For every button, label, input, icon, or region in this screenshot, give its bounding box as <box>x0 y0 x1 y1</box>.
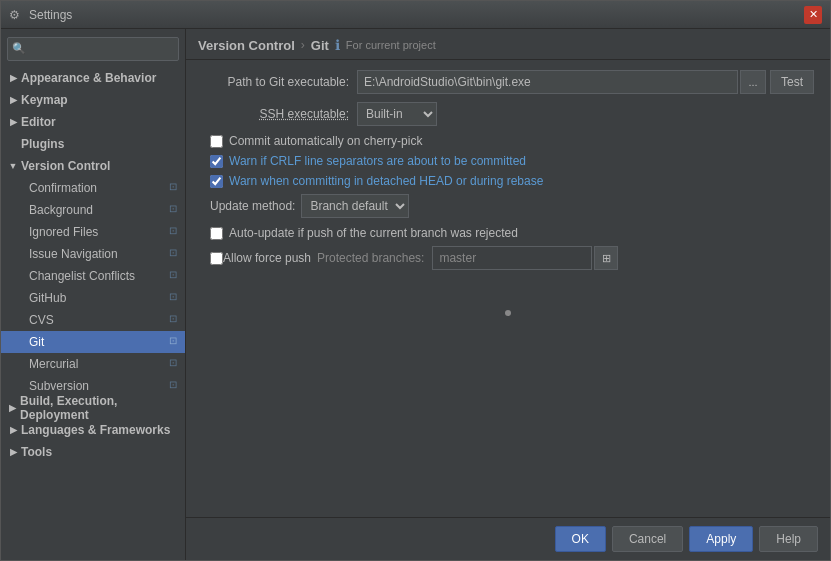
sidebar-item-editor[interactable]: ▶ Editor <box>1 111 185 133</box>
expand-arrow-languages: ▶ <box>7 424 19 436</box>
checkbox-cherry-pick-label: Commit automatically on cherry-pick <box>229 134 422 148</box>
panel-body: Path to Git executable: ... Test SSH exe… <box>186 60 830 517</box>
ok-button[interactable]: OK <box>555 526 606 552</box>
expand-arrow-vcs: ▼ <box>7 160 19 172</box>
update-method-select[interactable]: Branch default Merge Rebase <box>301 194 409 218</box>
info-icon: ℹ <box>335 37 340 53</box>
vcs-icon-mercurial: ⊡ <box>163 357 177 371</box>
checkbox-force-push-label: Allow force push <box>223 251 311 265</box>
sidebar-label-keymap: Keymap <box>21 93 68 107</box>
sidebar-label-mercurial: Mercurial <box>29 357 78 371</box>
sidebar-item-languages[interactable]: ▶ Languages & Frameworks <box>1 419 185 441</box>
git-path-label: Path to Git executable: <box>202 75 357 89</box>
sidebar-item-changelist[interactable]: Changelist Conflicts ⊡ <box>1 265 185 287</box>
sidebar-item-git[interactable]: Git ⊡ <box>1 331 185 353</box>
git-path-row: Path to Git executable: ... Test <box>202 70 814 94</box>
checkbox-auto-update-label: Auto-update if push of the current branc… <box>229 226 518 240</box>
sidebar-label-git: Git <box>29 335 44 349</box>
sidebar: 🔍 ▶ Appearance & Behavior ▶ Keymap ▶ Edi… <box>1 29 186 560</box>
force-push-row: Allow force push Protected branches: ⊞ <box>202 246 814 270</box>
sidebar-item-github[interactable]: GitHub ⊡ <box>1 287 185 309</box>
git-path-input[interactable] <box>357 70 738 94</box>
settings-window: ⚙ Settings ✕ 🔍 ▶ Appearance & Behavior ▶… <box>0 0 831 561</box>
help-button[interactable]: Help <box>759 526 818 552</box>
vcs-icon-changelist: ⊡ <box>163 269 177 283</box>
sidebar-label-subversion: Subversion <box>29 379 89 393</box>
vcs-icon-ignored: ⊡ <box>163 225 177 239</box>
sidebar-label-changelist: Changelist Conflicts <box>29 269 135 283</box>
ssh-row: SSH executable: Built-in Native <box>202 102 814 126</box>
dot-indicator <box>505 310 511 316</box>
title-bar: ⚙ Settings ✕ <box>1 1 830 29</box>
checkbox-detached-row: Warn when committing in detached HEAD or… <box>202 174 814 188</box>
apply-button[interactable]: Apply <box>689 526 753 552</box>
protected-branches-button[interactable]: ⊞ <box>594 246 618 270</box>
checkbox-cherry-pick[interactable] <box>210 135 223 148</box>
expand-arrow-build: ▶ <box>7 402 18 414</box>
vcs-icon-confirmation: ⊡ <box>163 181 177 195</box>
sidebar-label-confirmation: Confirmation <box>29 181 97 195</box>
sidebar-item-tools[interactable]: ▶ Tools <box>1 441 185 463</box>
checkbox-detached-label: Warn when committing in detached HEAD or… <box>229 174 543 188</box>
sidebar-label-vcs: Version Control <box>21 159 110 173</box>
sidebar-label-build: Build, Execution, Deployment <box>20 394 177 422</box>
vcs-icon-git: ⊡ <box>163 335 177 349</box>
browse-button[interactable]: ... <box>740 70 766 94</box>
dot-area <box>202 310 814 316</box>
ssh-select[interactable]: Built-in Native <box>357 102 437 126</box>
sidebar-item-cvs[interactable]: CVS ⊡ <box>1 309 185 331</box>
protected-branches-input[interactable] <box>432 246 592 270</box>
sidebar-label-tools: Tools <box>21 445 52 459</box>
sidebar-label-cvs: CVS <box>29 313 54 327</box>
test-button[interactable]: Test <box>770 70 814 94</box>
update-method-label: Update method: <box>210 199 295 213</box>
cancel-button[interactable]: Cancel <box>612 526 683 552</box>
checkbox-crlf[interactable] <box>210 155 223 168</box>
sidebar-label-appearance: Appearance & Behavior <box>21 71 156 85</box>
sidebar-item-mercurial[interactable]: Mercurial ⊡ <box>1 353 185 375</box>
breadcrumb-root: Version Control <box>198 38 295 53</box>
search-icon: 🔍 <box>12 42 26 55</box>
checkbox-crlf-label: Warn if CRLF line separators are about t… <box>229 154 526 168</box>
expand-arrow-keymap: ▶ <box>7 94 19 106</box>
sidebar-item-background[interactable]: Background ⊡ <box>1 199 185 221</box>
breadcrumb-separator: › <box>301 38 305 52</box>
search-box: 🔍 <box>7 37 179 61</box>
project-label: For current project <box>346 39 436 51</box>
sidebar-item-appearance[interactable]: ▶ Appearance & Behavior <box>1 67 185 89</box>
checkbox-detached[interactable] <box>210 175 223 188</box>
vcs-icon-issue-nav: ⊡ <box>163 247 177 261</box>
ssh-label: SSH executable: <box>202 107 357 121</box>
footer: OK Cancel Apply Help <box>186 517 830 560</box>
expand-arrow-tools: ▶ <box>7 446 19 458</box>
vcs-icon-background: ⊡ <box>163 203 177 217</box>
panel-header: Version Control › Git ℹ For current proj… <box>186 29 830 60</box>
sidebar-item-version-control[interactable]: ▼ Version Control <box>1 155 185 177</box>
sidebar-label-background: Background <box>29 203 93 217</box>
checkbox-auto-update-row: Auto-update if push of the current branc… <box>202 226 814 240</box>
vcs-icon-cvs: ⊡ <box>163 313 177 327</box>
checkbox-auto-update[interactable] <box>210 227 223 240</box>
checkbox-force-push[interactable] <box>210 252 223 265</box>
expand-arrow-editor: ▶ <box>7 116 19 128</box>
sidebar-item-issue-navigation[interactable]: Issue Navigation ⊡ <box>1 243 185 265</box>
window-title: Settings <box>29 8 804 22</box>
sidebar-label-languages: Languages & Frameworks <box>21 423 170 437</box>
checkbox-cherry-pick-row: Commit automatically on cherry-pick <box>202 134 814 148</box>
sidebar-item-keymap[interactable]: ▶ Keymap <box>1 89 185 111</box>
breadcrumb-current: Git <box>311 38 329 53</box>
sidebar-label-plugins: Plugins <box>21 137 64 151</box>
sidebar-item-confirmation[interactable]: Confirmation ⊡ <box>1 177 185 199</box>
sidebar-item-plugins[interactable]: ▶ Plugins <box>1 133 185 155</box>
vcs-icon-github: ⊡ <box>163 291 177 305</box>
checkbox-crlf-row: Warn if CRLF line separators are about t… <box>202 154 814 168</box>
close-button[interactable]: ✕ <box>804 6 822 24</box>
sidebar-item-build[interactable]: ▶ Build, Execution, Deployment <box>1 397 185 419</box>
protected-branches-label: Protected branches: <box>317 251 424 265</box>
ssh-select-wrap: Built-in Native <box>357 102 437 126</box>
sidebar-label-github: GitHub <box>29 291 66 305</box>
update-method-row: Update method: Branch default Merge Reba… <box>202 194 814 218</box>
expand-arrow-appearance: ▶ <box>7 72 19 84</box>
sidebar-item-ignored-files[interactable]: Ignored Files ⊡ <box>1 221 185 243</box>
search-input[interactable] <box>7 37 179 61</box>
